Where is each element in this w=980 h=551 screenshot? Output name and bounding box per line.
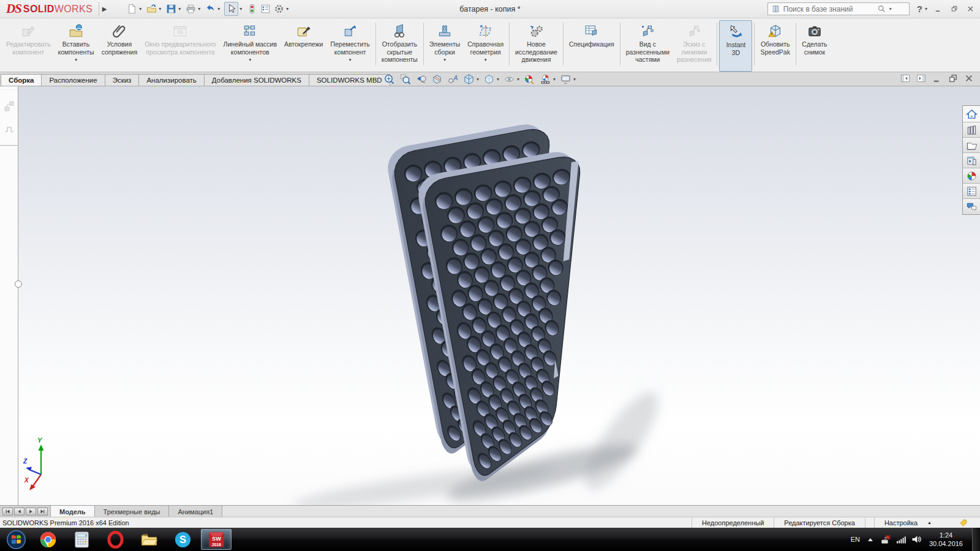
dropdown-caret-icon[interactable]: ▾	[249, 57, 251, 62]
options-button[interactable]: ▾	[273, 2, 292, 16]
nav-last-button[interactable]	[37, 508, 48, 515]
display-style-icon[interactable]	[483, 73, 495, 85]
help-caret-icon[interactable]: ▾	[925, 6, 927, 12]
assembly-tree-icon[interactable]	[3, 100, 15, 114]
section-view-icon[interactable]	[431, 73, 443, 85]
menu-expand-arrow[interactable]: ▶	[99, 2, 110, 17]
dropdown-caret-icon[interactable]: ▾	[349, 57, 352, 62]
hidden-icons-icon[interactable]	[865, 534, 875, 544]
task-pane-home[interactable]	[963, 106, 980, 122]
ribbon-button-reference-geometry[interactable]: Справочнаягеометрия▾	[464, 20, 507, 72]
ribbon-button-new-motion-study[interactable]: Новоеисследованиедвижения	[511, 20, 561, 72]
dropdown-caret-icon[interactable]: ▾	[573, 77, 576, 82]
show-desktop-button[interactable]	[972, 528, 980, 551]
dropdown-caret-icon[interactable]: ▾	[477, 77, 479, 82]
ribbon-button-take-snapshot[interactable]: Сделатьснимок	[798, 20, 831, 72]
taskbar-skype[interactable]: S	[167, 529, 198, 550]
zoom-to-area-icon[interactable]	[399, 73, 411, 85]
tab-расположение[interactable]: Расположение	[41, 74, 105, 86]
panel-collapse-handle[interactable]	[15, 280, 22, 288]
tab-solidworks-mbd[interactable]: SOLIDWORKS MBD	[309, 74, 390, 86]
nav-next-button[interactable]	[26, 508, 36, 515]
task-pane-view-palette[interactable]	[963, 153, 980, 168]
network-disconnected-icon[interactable]	[881, 534, 891, 544]
ribbon-button-assembly-features[interactable]: Элементысборки▾	[426, 20, 464, 72]
close-button[interactable]	[967, 5, 975, 13]
tab-эскиз[interactable]: Эскиз	[105, 74, 140, 86]
taskbar-solidworks-2016[interactable]: SW2016	[201, 529, 232, 550]
task-pane-appearances[interactable]	[963, 168, 980, 184]
dropdown-caret-icon[interactable]: ▾	[139, 6, 141, 12]
dropdown-caret-icon[interactable]: ▾	[217, 6, 220, 12]
ribbon-button-update-speedpak[interactable]: ОбновитьSpeedPak	[756, 20, 793, 72]
search-icon[interactable]	[877, 4, 886, 13]
dropdown-caret-icon[interactable]: ▾	[443, 57, 446, 62]
dropdown-caret-icon[interactable]: ▾	[198, 6, 200, 12]
volume-icon[interactable]	[911, 534, 921, 544]
dropdown-caret-icon[interactable]: ▾	[178, 6, 181, 12]
tab-сборка[interactable]: Сборка	[1, 74, 42, 86]
doc-close-button[interactable]	[964, 73, 974, 83]
task-pane-forum[interactable]	[963, 199, 980, 214]
xpress-products-button[interactable]	[246, 2, 258, 16]
doc-minimize-button[interactable]	[932, 73, 942, 83]
taskbar-clock[interactable]: 1:24 30.04.2016	[929, 531, 963, 549]
dropdown-caret-icon[interactable]: ▾	[159, 6, 161, 12]
reorder-icon[interactable]	[3, 122, 15, 137]
restore-button[interactable]	[951, 5, 959, 13]
save-button[interactable]: ▾	[165, 2, 184, 16]
customize-button[interactable]: Настройка▲	[874, 517, 941, 528]
graphics-area[interactable]: YXZ ·······	[0, 86, 980, 505]
collapse-left-pane-button[interactable]	[900, 73, 910, 83]
taskbar-chrome[interactable]	[32, 529, 63, 550]
zoom-to-fit-icon[interactable]	[383, 73, 395, 85]
view-annotations-icon[interactable]: A	[447, 73, 459, 85]
edit-appearance-icon[interactable]	[524, 73, 535, 85]
select-button[interactable]: ▾	[224, 1, 245, 17]
ribbon-button-instant-3d[interactable]: Instant3D	[719, 20, 752, 72]
new-document-button[interactable]: ▾	[126, 2, 145, 16]
taskbar-opera[interactable]	[100, 529, 130, 550]
dropdown-caret-icon[interactable]: ▾	[517, 77, 519, 82]
search-dropdown-caret[interactable]: ▾	[889, 6, 892, 12]
dropdown-caret-icon[interactable]: ▾	[553, 77, 556, 82]
tag-icon[interactable]	[959, 518, 968, 527]
previous-view-icon[interactable]	[415, 73, 427, 85]
tab-анализировать[interactable]: Анализировать	[138, 74, 204, 86]
collapse-right-pane-button[interactable]	[916, 73, 926, 83]
dropdown-caret-icon[interactable]: ▾	[497, 77, 499, 82]
ribbon-button-bill-of-materials[interactable]: Спецификация	[565, 20, 618, 72]
ribbon-button-mates[interactable]: Условиясопряжения	[98, 20, 141, 72]
print-button[interactable]: ▾	[184, 2, 203, 16]
signal-strength-icon[interactable]	[896, 534, 906, 544]
view-settings-icon[interactable]	[560, 73, 571, 85]
taskbar-calculator[interactable]: 0	[66, 529, 97, 550]
assembly-model[interactable]: YXZ	[0, 86, 980, 505]
help-button[interactable]: ? ▾	[917, 4, 927, 14]
ribbon-button-move-component[interactable]: Переместитькомпонент▾	[326, 20, 373, 72]
undo-button[interactable]: ▾	[204, 2, 223, 16]
nav-prev-button[interactable]	[14, 508, 24, 515]
task-pane-design-library[interactable]	[963, 122, 980, 138]
minimize-button[interactable]	[935, 5, 943, 13]
taskbar-start[interactable]	[2, 529, 29, 550]
task-pane-custom-properties[interactable]	[963, 184, 980, 199]
report-button[interactable]	[259, 2, 272, 16]
nav-first-button[interactable]	[2, 508, 13, 515]
apply-scene-icon[interactable]	[540, 73, 551, 85]
model-tab-1[interactable]: Трехмерные виды	[95, 506, 170, 517]
tab-добавления-solidworks[interactable]: Добавления SOLIDWORKS	[204, 74, 309, 86]
language-indicator[interactable]: EN	[851, 536, 860, 543]
hide-show-items-icon[interactable]	[503, 73, 515, 85]
model-tab-0[interactable]: Модель	[51, 506, 95, 517]
open-button[interactable]: ▾	[145, 2, 164, 16]
ribbon-button-smart-fasteners[interactable]: Автокрепежи	[281, 20, 326, 72]
taskbar-explorer[interactable]	[134, 529, 164, 550]
dropdown-caret-icon[interactable]: ▾	[239, 6, 242, 12]
ribbon-button-linear-component-pattern[interactable]: Линейный массивкомпонентов▾	[220, 20, 281, 72]
knowledge-search[interactable]: ▾	[767, 2, 910, 15]
panel-splitter-dots[interactable]: ·······	[0, 88, 19, 92]
ribbon-button-show-hidden-components[interactable]: Отобразитьскрытыекомпоненты	[378, 20, 421, 72]
dropdown-caret-icon[interactable]: ▾	[484, 57, 487, 62]
doc-restore-button[interactable]	[948, 73, 958, 83]
